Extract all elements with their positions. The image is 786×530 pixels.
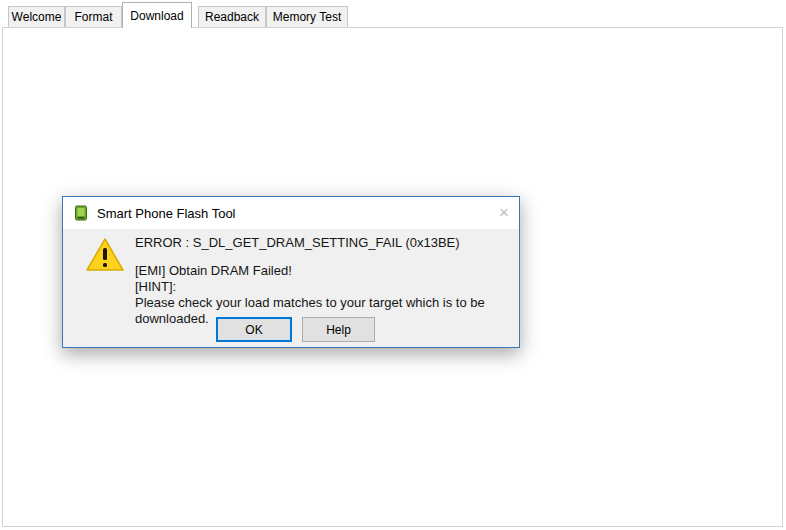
tab-download-label: Download <box>130 9 183 23</box>
help-button[interactable]: Help <box>302 317 375 342</box>
tab-format-label: Format <box>74 10 112 24</box>
app-icon <box>73 205 89 221</box>
tab-format[interactable]: Format <box>65 6 122 27</box>
ok-button-label: OK <box>245 323 262 337</box>
close-icon[interactable]: × <box>499 203 509 223</box>
tab-memory-test-label: Memory Test <box>273 10 341 24</box>
help-button-label: Help <box>326 323 351 337</box>
tab-welcome-label: Welcome <box>12 10 62 24</box>
tab-welcome[interactable]: Welcome <box>8 6 65 27</box>
error-code-text: ERROR : S_DL_GET_DRAM_SETTING_FAIL (0x13… <box>135 235 460 250</box>
dialog-title: Smart Phone Flash Tool <box>97 206 236 221</box>
error-message-line-2: [HINT]: <box>135 279 519 295</box>
warning-icon <box>85 237 125 273</box>
spflashtool-window: Welcome Format Download Readback Memory … <box>0 0 786 530</box>
tab-readback[interactable]: Readback <box>198 6 266 27</box>
error-dialog: Smart Phone Flash Tool × ERROR : S_DL_GE… <box>62 196 520 348</box>
ok-button[interactable]: OK <box>216 317 292 342</box>
tab-download[interactable]: Download <box>122 2 192 28</box>
dialog-titlebar: Smart Phone Flash Tool <box>63 197 519 229</box>
tab-readback-label: Readback <box>205 10 259 24</box>
tab-memory-test[interactable]: Memory Test <box>266 6 348 27</box>
error-message-line-1: [EMI] Obtain DRAM Failed! <box>135 263 519 279</box>
